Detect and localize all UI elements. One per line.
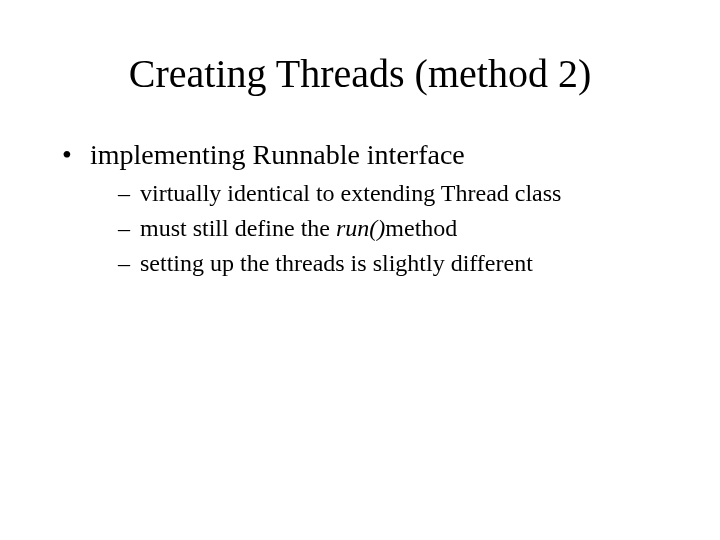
- sub-bullet-text-pre: must still define the: [140, 215, 336, 241]
- slide-title: Creating Threads (method 2): [50, 50, 670, 97]
- list-item: setting up the threads is slightly diffe…: [118, 248, 670, 279]
- list-item: virtually identical to extending Thread …: [118, 178, 670, 209]
- bullet-text: implementing Runnable interface: [90, 139, 465, 170]
- code-run-italic: run(): [336, 215, 385, 241]
- sub-bullet-text: virtually identical to extending Thread …: [140, 180, 561, 206]
- bullet-list-level2: virtually identical to extending Thread …: [118, 178, 670, 280]
- list-item: implementing Runnable interface virtuall…: [62, 137, 670, 280]
- sub-bullet-text: setting up the threads is slightly diffe…: [140, 250, 533, 276]
- slide: Creating Threads (method 2) implementing…: [0, 0, 720, 540]
- list-item: must still define the run()method: [118, 213, 670, 244]
- bullet-list-level1: implementing Runnable interface virtuall…: [62, 137, 670, 280]
- sub-bullet-text-post: method: [385, 215, 457, 241]
